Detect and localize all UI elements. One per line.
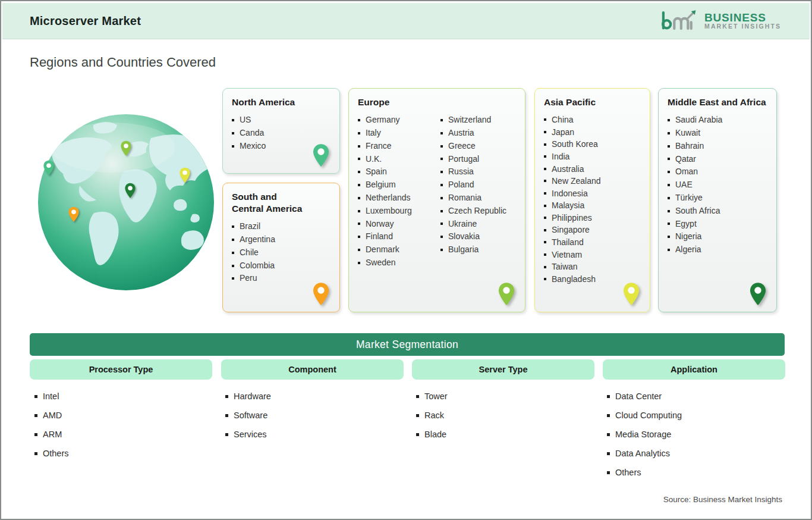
square-bullet-icon bbox=[544, 205, 546, 207]
square-bullet-icon bbox=[358, 171, 360, 173]
square-bullet-icon bbox=[544, 266, 546, 268]
infographic-page: Microserver Market BUSINESS MARKET INSIG… bbox=[0, 0, 812, 520]
source-note: Source: Business Market Insights bbox=[663, 495, 782, 504]
section-heading: Regions and Countries Covered bbox=[30, 55, 216, 70]
list-item: Hardware bbox=[225, 390, 271, 402]
list-item-label: New Zealand bbox=[552, 175, 601, 187]
list-item-label: Denmark bbox=[366, 243, 399, 256]
globe-pin-south-america-icon bbox=[68, 206, 80, 223]
list-item: Bulgaria bbox=[440, 243, 516, 256]
region-title: South and Central America bbox=[232, 191, 309, 215]
list-item: Nigeria bbox=[668, 230, 767, 243]
list-item-label: Czech Republic bbox=[448, 205, 506, 218]
square-bullet-icon bbox=[358, 223, 360, 225]
square-bullet-icon bbox=[607, 452, 610, 455]
square-bullet-icon bbox=[416, 414, 419, 417]
list-item-label: Colombia bbox=[240, 259, 275, 272]
list-item: Others bbox=[607, 466, 682, 478]
list-item-label: Italy bbox=[366, 127, 381, 140]
country-list: GermanyItalyFranceU.K.SpainBelgiumNether… bbox=[358, 114, 516, 270]
square-bullet-icon bbox=[232, 252, 234, 254]
list-item-label: Singapore bbox=[552, 224, 590, 236]
logo-text: BUSINESS MARKET INSIGHTS bbox=[704, 12, 781, 30]
list-item-label: Malaysia bbox=[552, 199, 584, 212]
square-bullet-icon bbox=[607, 471, 610, 474]
list-item: Russia bbox=[440, 165, 516, 178]
list-item: AMD bbox=[34, 409, 69, 421]
list-item: Poland bbox=[440, 178, 516, 192]
square-bullet-icon bbox=[358, 158, 360, 160]
list-item: Germany bbox=[358, 114, 433, 127]
segment-list-component: HardwareSoftwareServices bbox=[225, 390, 271, 447]
list-item-label: Greece bbox=[448, 140, 476, 153]
list-item: Belgium bbox=[358, 178, 433, 192]
square-bullet-icon bbox=[440, 197, 443, 199]
list-item-label: Norway bbox=[366, 218, 394, 231]
list-item-label: Others bbox=[43, 447, 69, 459]
square-bullet-icon bbox=[668, 158, 670, 160]
globe-pin-middle-east-africa-icon bbox=[124, 183, 136, 199]
list-item: Services bbox=[225, 428, 271, 440]
region-card-europe: Europe GermanyItalyFranceU.K.SpainBelgiu… bbox=[348, 88, 525, 312]
globe-icon bbox=[37, 113, 215, 292]
square-bullet-icon bbox=[668, 197, 670, 199]
square-bullet-icon bbox=[544, 131, 546, 133]
list-item-label: Tower bbox=[424, 390, 448, 402]
list-item-label: Saudi Arabia bbox=[675, 114, 722, 127]
square-bullet-icon bbox=[358, 236, 360, 238]
list-item: Kuwait bbox=[668, 127, 767, 140]
list-item: Sweden bbox=[358, 256, 433, 270]
list-item: Saudi Arabia bbox=[668, 114, 767, 127]
square-bullet-icon bbox=[440, 223, 443, 225]
logo-market-insights: MARKET INSIGHTS bbox=[704, 23, 781, 30]
region-title: Middle East and Africa bbox=[668, 96, 767, 108]
square-bullet-icon bbox=[358, 262, 360, 264]
globe-pin-asia-pacific-icon bbox=[179, 167, 191, 183]
square-bullet-icon bbox=[668, 119, 670, 121]
list-item: Data Center bbox=[607, 390, 682, 402]
list-item-label: Data Analytics bbox=[615, 447, 670, 459]
list-item: ARM bbox=[34, 428, 69, 440]
square-bullet-icon bbox=[544, 241, 546, 243]
list-item-label: Luxembourg bbox=[366, 205, 412, 218]
country-list: BrazilArgentinaChileColombiaPeru bbox=[232, 220, 331, 285]
square-bullet-icon bbox=[34, 395, 37, 398]
list-item: Brazil bbox=[232, 220, 331, 233]
square-bullet-icon bbox=[668, 236, 670, 238]
square-bullet-icon bbox=[544, 118, 546, 121]
square-bullet-icon bbox=[544, 192, 546, 195]
list-item: Blade bbox=[416, 428, 448, 440]
list-item-label: Australia bbox=[552, 163, 584, 176]
list-item: UAE bbox=[668, 178, 767, 192]
list-item-label: Indonesia bbox=[552, 187, 588, 200]
list-item-label: Spain bbox=[366, 165, 387, 178]
list-item-label: Russia bbox=[448, 165, 474, 178]
list-item: Austria bbox=[440, 127, 516, 140]
list-item-label: France bbox=[366, 140, 392, 153]
square-bullet-icon bbox=[544, 217, 546, 219]
list-item: Japan bbox=[544, 126, 641, 139]
list-item: Argentina bbox=[232, 233, 331, 246]
list-item: Italy bbox=[358, 127, 433, 140]
list-item-label: Egypt bbox=[675, 218, 697, 231]
square-bullet-icon bbox=[358, 197, 360, 199]
square-bullet-icon bbox=[358, 184, 360, 186]
list-item-label: Brazil bbox=[240, 220, 260, 233]
market-segmentation-banner: Market Segmentation bbox=[30, 333, 785, 356]
square-bullet-icon bbox=[232, 119, 234, 121]
region-title: Asia Pacific bbox=[544, 96, 641, 108]
list-item-label: Hardware bbox=[234, 390, 271, 402]
square-bullet-icon bbox=[440, 132, 443, 134]
list-item-label: Japan bbox=[552, 126, 574, 139]
globe-illustration bbox=[37, 113, 215, 292]
segment-list-application: Data CenterCloud ComputingMedia StorageD… bbox=[607, 390, 682, 485]
list-item: Chile bbox=[232, 246, 331, 259]
square-bullet-icon bbox=[544, 155, 546, 158]
list-item-label: Philippines bbox=[552, 212, 592, 224]
list-item-label: Thailand bbox=[552, 236, 584, 249]
list-item-label: Intel bbox=[43, 390, 59, 402]
list-item-label: Chile bbox=[240, 246, 259, 259]
list-item: Taiwan bbox=[544, 261, 641, 273]
pin-icon bbox=[622, 282, 640, 306]
segment-header-processor-type: Processor Type bbox=[30, 359, 212, 380]
